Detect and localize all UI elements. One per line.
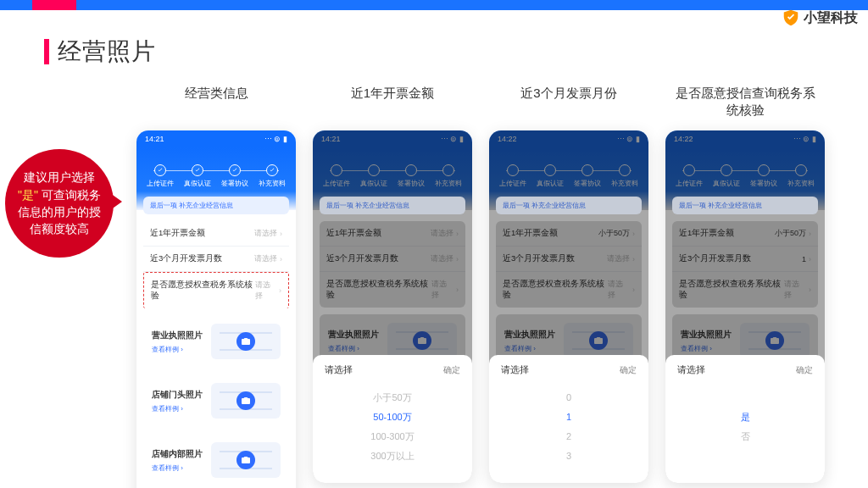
picker-confirm[interactable]: 确定 (443, 364, 460, 376)
title-accent-bar (44, 39, 49, 64)
upload-card-storefront[interactable]: 店铺门头照片查看样例 › (143, 374, 289, 427)
tip-bubble: 建议用户选择 "是" 可查询税务信息的用户的授信额度较高 (5, 149, 114, 258)
sample-link[interactable]: 查看样例 › (152, 345, 203, 354)
row-invoice-amount[interactable]: 近1年开票金额请选择› (143, 221, 289, 247)
picker-confirm[interactable]: 确定 (620, 364, 637, 376)
step-check-icon (154, 164, 166, 176)
col-amount-picker: 近1年开票金额 14:21⋯ ⊚ ▮ 上传证件 真假认证 签署协议 补充资料 最… (309, 85, 476, 483)
step-check-icon (229, 164, 241, 176)
col-title: 近1年开票金额 (351, 85, 434, 119)
picker-options: 小于50万 50-100万 100-300万 300万以上 (313, 385, 472, 474)
step-check-icon (192, 164, 203, 176)
upload-card-license[interactable]: 营业执照照片查看样例 › (143, 315, 289, 368)
taxauth-picker[interactable]: 请选择确定 是 否 (665, 355, 825, 483)
col-business-info: 经营类信息 14:21⋯ ⊚ ▮ ⋯ 上传证件 真假认证 签署协议 补充资料 最… (132, 85, 300, 488)
page-title-text: 经营照片 (58, 36, 156, 68)
form-list: 近1年开票金额请选择› 近3个月开发票月数请选择› 是否愿意授权查税务系统核验请… (143, 221, 289, 308)
sample-link[interactable]: 查看样例 › (152, 463, 203, 473)
col-title: 近3个月发票月份 (520, 85, 616, 119)
progress-banner: 最后一项 补充企业经营信息 (143, 197, 289, 214)
phone-screenshot-2: 14:21⋯ ⊚ ▮ 上传证件 真假认证 签署协议 补充资料 最后一项 补充企业… (313, 130, 472, 483)
chevron-right-icon: › (280, 255, 282, 263)
camera-icon[interactable] (236, 391, 255, 410)
status-bar: 14:21⋯ ⊚ ▮ (136, 130, 296, 147)
months-picker[interactable]: 请选择确定 0 1 2 3 (489, 355, 648, 483)
col-title: 经营类信息 (185, 85, 248, 119)
chevron-right-icon: › (279, 286, 281, 295)
brand-text: 小望科技 (804, 9, 858, 27)
camera-icon[interactable] (236, 451, 255, 469)
step-check-icon (266, 164, 278, 176)
chevron-right-icon: › (280, 230, 282, 238)
tip-quote: "是" (18, 188, 38, 202)
phone-screenshot-4: 14:22⋯ ⊚ ▮ 上传证件 真假认证 签署协议 补充资料 最后一项 补充企业… (665, 130, 825, 483)
row-invoice-months[interactable]: 近3个月开发票月数请选择› (143, 247, 289, 272)
camera-icon[interactable] (236, 332, 255, 351)
phone-screenshot-3: 14:22⋯ ⊚ ▮ 上传证件 真假认证 签署协议 补充资料 最后一项 补充企业… (489, 130, 648, 483)
page-title: 经营照片 (44, 36, 156, 68)
amount-picker[interactable]: 请选择确定 小于50万 50-100万 100-300万 300万以上 (313, 355, 472, 483)
brand: 小望科技 (782, 8, 858, 27)
slide-topbar (0, 0, 868, 10)
col-taxauth-picker: 是否愿意授信查询税务系统核验 14:22⋯ ⊚ ▮ 上传证件 真假认证 签署协议… (661, 85, 829, 483)
upload-card-interior[interactable]: 店铺内部照片查看样例 › (143, 434, 289, 486)
brand-shield-icon (782, 8, 800, 27)
signal-icon: ⋯ ⊚ ▮ (264, 135, 287, 143)
picker-confirm[interactable]: 确定 (796, 364, 813, 376)
col-months-picker: 近3个月发票月份 14:22⋯ ⊚ ▮ 上传证件 真假认证 签署协议 补充资料 … (485, 85, 653, 483)
col-title: 是否愿意授信查询税务系统核验 (673, 85, 817, 119)
slide-topbar-accent (32, 0, 76, 10)
row-tax-auth-highlighted[interactable]: 是否愿意授权查税务系统核验请选择› (143, 272, 289, 308)
phone-screenshot-1: 14:21⋯ ⊚ ▮ ⋯ 上传证件 真假认证 签署协议 补充资料 最后一项 补充… (136, 130, 296, 488)
sample-link[interactable]: 查看样例 › (152, 404, 203, 413)
